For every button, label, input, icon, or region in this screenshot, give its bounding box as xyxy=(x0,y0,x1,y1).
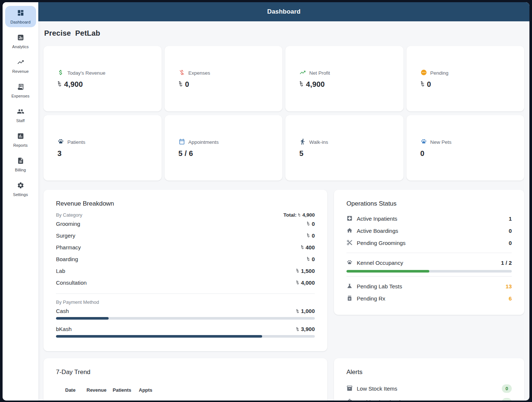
ops-row-kennel: Kennel Occupancy 1 / 2 xyxy=(346,257,512,269)
category-name: Boarding xyxy=(56,256,78,262)
sidebar-item-reports[interactable]: Reports xyxy=(5,129,36,150)
medication-icon xyxy=(346,295,353,302)
stat-card-walkins: Walk-ins 5 xyxy=(285,115,404,181)
sidebar-item-billing[interactable]: Billing xyxy=(5,154,36,175)
calendar-icon xyxy=(179,138,185,146)
ops-value: 6 xyxy=(509,295,512,302)
sidebar-item-label: Staff xyxy=(16,118,25,123)
dollar-icon xyxy=(57,69,64,77)
sidebar-item-dashboard[interactable]: Dashboard xyxy=(5,6,36,27)
by-payment-label: By Payment Method xyxy=(56,299,315,305)
sidebar-item-settings[interactable]: Settings xyxy=(5,178,36,200)
category-row: Lab 1,500 xyxy=(56,265,315,277)
sidebar-item-label: Settings xyxy=(13,192,28,197)
stat-value: 4,900 xyxy=(57,80,162,89)
stat-value: 0 xyxy=(420,149,525,158)
sidebar-item-revenue[interactable]: Revenue xyxy=(5,55,36,77)
stat-value: 0 xyxy=(179,80,283,89)
kennel-progress-bar xyxy=(346,270,512,273)
panel-title: Revenue Breakdown xyxy=(56,200,315,207)
category-amount: 1,500 xyxy=(296,268,315,274)
category-name: Surgery xyxy=(56,232,75,239)
total-label: Total: 4,900 xyxy=(283,212,315,218)
pending-dots-icon xyxy=(420,69,427,77)
sidebar: Dashboard Analytics Revenue Expenses Sta… xyxy=(3,2,38,401)
trend-col-patients: Patients xyxy=(113,387,139,393)
stat-card-pending: Pending 0 xyxy=(406,46,525,111)
ops-value: 0 xyxy=(509,240,512,246)
stat-label: Walk-ins xyxy=(309,139,328,145)
alert-row-expiring: Expiring (30 days) 0 xyxy=(346,395,512,401)
trend-col-revenue: Revenue xyxy=(87,387,113,393)
topbar-title: Dashboard xyxy=(267,8,301,15)
timer-icon xyxy=(346,399,353,401)
stat-label: Expenses xyxy=(189,70,210,76)
lab-flask-icon xyxy=(346,283,353,290)
category-amount: 0 xyxy=(307,256,315,262)
divider xyxy=(56,294,315,294)
payment-amount: 1,000 xyxy=(296,308,315,314)
category-row: Boarding 0 xyxy=(56,253,315,265)
analytics-icon xyxy=(17,34,24,43)
scissors-icon xyxy=(346,239,353,247)
sidebar-item-label: Expenses xyxy=(11,94,29,98)
trending-up-icon xyxy=(17,58,24,67)
alert-label: Expiring (30 days) xyxy=(357,399,401,401)
money-off-icon xyxy=(179,69,185,77)
receipt-icon xyxy=(17,83,24,92)
sidebar-item-label: Analytics xyxy=(12,45,29,49)
middle-section: Revenue Breakdown By Category Total: 4,9… xyxy=(43,190,524,351)
ops-label: Pending Rx xyxy=(357,295,385,302)
category-row: Pharmacy 400 xyxy=(56,241,315,253)
ops-row-lab-tests: Pending Lab Tests 13 xyxy=(346,280,512,292)
category-name: Consultation xyxy=(56,280,87,286)
stat-label: New Pets xyxy=(430,139,452,145)
stat-label: Net Profit xyxy=(309,70,330,76)
by-category-label: By Category xyxy=(56,212,82,218)
bkash-progress-bar xyxy=(56,335,315,338)
paw-icon xyxy=(346,259,353,267)
people-icon xyxy=(17,108,24,117)
sidebar-item-analytics[interactable]: Analytics xyxy=(5,31,36,52)
sidebar-item-label: Revenue xyxy=(12,69,29,74)
kennel-progress-fill xyxy=(346,270,429,273)
ops-label: Active Inpatients xyxy=(357,216,397,222)
trending-up-icon xyxy=(299,69,306,77)
payment-row: bKash 3,900 xyxy=(56,323,315,334)
ops-row-groomings: Pending Groomings 0 xyxy=(346,237,512,249)
paw-icon xyxy=(57,138,64,146)
stat-grid: Today's Revenue 4,900 Expenses 0 Net Pro… xyxy=(43,46,524,181)
content: Precise PetLab Today's Revenue 4,900 Exp… xyxy=(38,21,529,401)
sidebar-item-staff[interactable]: Staff xyxy=(5,104,36,126)
sidebar-item-expenses[interactable]: Expenses xyxy=(5,80,36,101)
category-amount: 0 xyxy=(307,221,315,227)
stat-label: Appointments xyxy=(189,139,219,145)
page-title: Precise PetLab xyxy=(44,29,524,38)
home-icon xyxy=(346,227,353,235)
ops-label: Pending Lab Tests xyxy=(357,283,402,289)
stat-value: 5 xyxy=(299,149,404,158)
category-row: Surgery 0 xyxy=(56,230,315,241)
sidebar-item-label: Dashboard xyxy=(10,20,31,24)
ops-value: 13 xyxy=(505,283,512,289)
ops-row-rx: Pending Rx 6 xyxy=(346,292,512,305)
payment-amount: 3,900 xyxy=(296,326,315,332)
ops-row-inpatients: Active Inpatients 1 xyxy=(346,213,512,225)
document-icon xyxy=(17,157,24,166)
category-amount: 400 xyxy=(301,244,315,250)
stat-value: 5 / 6 xyxy=(179,149,283,158)
main-area: Dashboard Precise PetLab Today's Revenue… xyxy=(38,2,529,401)
alert-row-low-stock: Low Stock Items 0 xyxy=(346,382,512,395)
gear-icon xyxy=(17,182,24,191)
stat-card-appointments: Appointments 5 / 6 xyxy=(165,115,283,181)
bkash-progress-fill xyxy=(56,335,262,338)
ops-label: Active Boardings xyxy=(357,228,398,234)
stat-value: 3 xyxy=(57,149,162,158)
cash-progress-bar xyxy=(56,317,315,320)
ops-label: Kennel Occupancy xyxy=(357,260,403,266)
trend-col-date: Date xyxy=(65,387,87,393)
stat-card-expenses: Expenses 0 xyxy=(165,46,283,111)
hospital-cross-icon xyxy=(346,215,353,223)
ops-row-boardings: Active Boardings 0 xyxy=(346,225,512,237)
trend-table-header: Date Revenue Patients Appts xyxy=(65,387,315,393)
